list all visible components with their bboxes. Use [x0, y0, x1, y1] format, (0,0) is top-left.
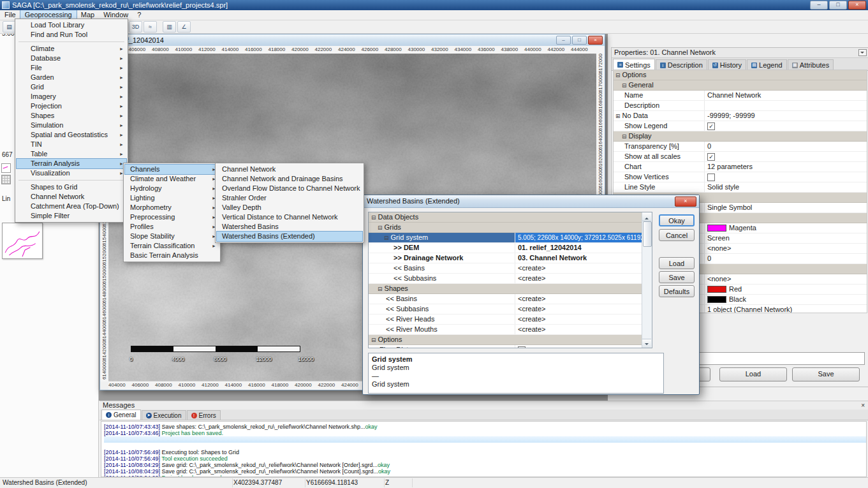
parameter-row[interactable]: >> DEM 01. relief_12042014: [369, 243, 652, 253]
dialog-scrollbar[interactable]: [642, 212, 652, 348]
menu-item[interactable]: Preprocessing ►: [125, 212, 219, 222]
tree-item-value[interactable]: 667: [2, 151, 13, 158]
parameter-row[interactable]: ⊟Data Objects: [369, 212, 652, 223]
panel-options-icon[interactable]: [858, 49, 867, 56]
menu-item[interactable]: Load Tool Library: [17, 20, 126, 30]
parameter-row[interactable]: >> Drainage Network 03. Channel Network: [369, 253, 652, 263]
menu-item[interactable]: Imagery ►: [17, 92, 126, 101]
parameter-row[interactable]: ⊟Grids: [369, 223, 652, 233]
toolbar-icon[interactable]: ∠: [177, 21, 191, 33]
map-thumbnail[interactable]: [2, 223, 43, 259]
parameter-row[interactable]: ⊟Grid system 5.005; 22608x 14000y; 37291…: [369, 233, 652, 243]
checkbox[interactable]: [707, 174, 715, 181]
map-window-titlebar[interactable]: relief_12042014 – □ ×: [100, 34, 605, 47]
close-button[interactable]: ×: [848, 1, 866, 10]
menu-item[interactable]: Watershed Basins (Extended): [217, 232, 362, 241]
menu-item[interactable]: Simulation ►: [17, 121, 126, 130]
parameter-row[interactable]: << River Heads <create>: [369, 314, 652, 325]
toolbar-icon[interactable]: 3D: [129, 21, 142, 33]
scroll-thumb[interactable]: [643, 221, 652, 247]
menu-item[interactable]: Morphometry ►: [125, 203, 219, 212]
parameter-value[interactable]: <create>: [515, 325, 652, 334]
toolbar-icon[interactable]: [158, 22, 161, 32]
property-row[interactable]: Show Legend ✓: [614, 121, 867, 131]
property-value[interactable]: ✓: [705, 152, 867, 161]
parameter-value[interactable]: 5.005; 22608x 14000y; 372912.5025x 61192…: [515, 233, 652, 242]
property-row[interactable]: Show Vertices: [614, 172, 867, 182]
load-button[interactable]: Load: [719, 367, 787, 381]
dialog-button[interactable]: Save: [659, 271, 695, 283]
menu-item[interactable]: Strahler Order: [217, 193, 362, 203]
property-value[interactable]: <none>: [705, 244, 867, 253]
property-row[interactable]: ⊞No Data -99999; -99999: [614, 111, 867, 121]
parameter-value[interactable]: 03. Channel Network: [515, 253, 652, 263]
property-row[interactable]: ⊟Display: [614, 131, 867, 142]
messages-tab[interactable]: i General: [101, 410, 141, 420]
menu-item[interactable]: Channel Network: [217, 165, 362, 174]
property-value[interactable]: Screen: [705, 233, 867, 243]
save-button[interactable]: Save: [792, 367, 860, 381]
checkbox[interactable]: ✓: [707, 122, 715, 130]
property-value[interactable]: 0: [705, 142, 867, 151]
maximize-button[interactable]: □: [829, 1, 847, 10]
map-minimize-button[interactable]: –: [556, 36, 571, 45]
property-value[interactable]: Channel Network: [705, 91, 867, 100]
menu-item[interactable]: Watershed Basins: [217, 222, 362, 232]
menu-item[interactable]: Terrain Analysis ►: [17, 159, 126, 168]
parameter-value[interactable]: 01. relief_12042014: [515, 243, 652, 253]
properties-tab[interactable]: ↺ History: [708, 59, 746, 70]
messages-close-icon[interactable]: ×: [861, 402, 865, 410]
parameter-value[interactable]: <create>: [515, 314, 652, 324]
property-row[interactable]: ⊟Options: [614, 70, 867, 80]
menu-bar-item[interactable]: ?: [133, 10, 145, 20]
menu-item[interactable]: Table ►: [17, 149, 126, 159]
parameter-row[interactable]: ⊟Shapes: [369, 284, 652, 294]
property-row[interactable]: Name Channel Network: [614, 91, 867, 101]
menu-item[interactable]: Shapes ►: [17, 111, 126, 121]
menu-item[interactable]: Channels ►: [125, 165, 219, 174]
parameter-row[interactable]: << Subbasins <create>: [369, 274, 652, 284]
menu-item[interactable]: [17, 178, 126, 182]
properties-tab[interactable]: ▦ Attributes: [788, 59, 834, 70]
property-row[interactable]: Description: [614, 101, 867, 111]
map-close-button[interactable]: ×: [588, 36, 603, 45]
title-bar[interactable]: SAGA [C:\_park_smolensk_rekod_ru\_relief…: [0, 0, 868, 10]
checkbox[interactable]: ✓: [707, 153, 715, 161]
dialog-titlebar[interactable]: Watershed Basins (Extended) ×: [363, 195, 699, 208]
menu-item[interactable]: Shapes to Grid: [17, 182, 126, 192]
property-value[interactable]: <none>: [705, 274, 867, 284]
messages-tab[interactable]: ➤ Execution: [142, 410, 186, 420]
property-value[interactable]: 12 parameters: [705, 162, 867, 172]
dialog-close-button[interactable]: ×: [675, 196, 696, 207]
properties-tab[interactable]: ≡ Settings: [613, 59, 655, 70]
property-value[interactable]: Single Symbol: [705, 203, 867, 212]
menu-item[interactable]: Grid ►: [17, 82, 126, 92]
parameter-row[interactable]: << Basins <create>: [369, 294, 652, 304]
parameter-row[interactable]: << River Mouths <create>: [369, 325, 652, 335]
menu-item[interactable]: Hydrology ►: [125, 184, 219, 193]
shapes-layer-icon[interactable]: [1, 163, 11, 173]
menu-item[interactable]: Lighting ►: [125, 193, 219, 203]
menu-item[interactable]: TIN ►: [17, 140, 126, 149]
property-row[interactable]: ⊟General: [614, 80, 867, 91]
menu-item[interactable]: Climate and Weather ►: [125, 174, 219, 184]
property-row[interactable]: Transparency [%] 0: [614, 142, 867, 152]
property-value[interactable]: Red: [705, 285, 867, 294]
toolbar-icon[interactable]: ≈: [143, 21, 157, 33]
grid-layer-icon[interactable]: [1, 175, 11, 184]
property-value[interactable]: -99999; -99999: [705, 111, 867, 121]
messages-tab[interactable]: ! Errors: [187, 410, 221, 420]
menu-item[interactable]: Channel Network and Drainage Basins: [217, 174, 362, 184]
menu-item[interactable]: Spatial and Geostatistics ►: [17, 130, 126, 140]
parameter-row[interactable]: Flow Distances: [369, 345, 652, 348]
menu-item[interactable]: Catchment Area (Top-Down): [17, 202, 126, 211]
properties-tab[interactable]: i Description: [656, 59, 707, 70]
property-value[interactable]: Black: [705, 295, 867, 304]
property-value[interactable]: 1 object (Channel Network): [705, 305, 867, 313]
parameter-value[interactable]: <create>: [515, 274, 652, 283]
scroll-up-icon[interactable]: [642, 212, 651, 221]
menu-item[interactable]: Climate ►: [17, 44, 126, 54]
menu-item[interactable]: Find and Run Tool: [17, 30, 126, 40]
menu-item[interactable]: Channel Network: [17, 192, 126, 202]
checkbox[interactable]: [518, 346, 526, 349]
